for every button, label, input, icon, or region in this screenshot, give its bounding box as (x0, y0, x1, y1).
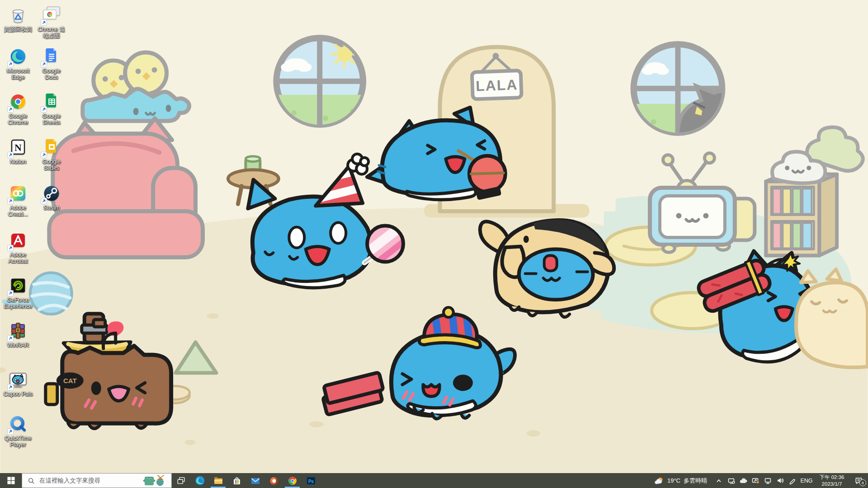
tray-windows-ink-button[interactable] (787, 473, 797, 488)
language-indicator[interactable]: ENG (798, 478, 815, 484)
clock-time: 下午 02:36 (816, 474, 848, 481)
edge-icon (8, 46, 28, 67)
start-button[interactable] (0, 473, 22, 488)
screen-share-icon (751, 477, 760, 484)
desktop-icon-label: Microsoft Edge (2, 68, 34, 80)
chrome-icon (287, 475, 298, 486)
recycle-bin-icon (8, 5, 28, 25)
weather-condition: 多雲時晴 (684, 477, 707, 485)
capoo-pals-icon (8, 369, 28, 390)
desktop-icon-microsoft-edge[interactable]: Microsoft Edge (2, 46, 34, 80)
taskbar-store-button[interactable] (227, 473, 246, 488)
chrome-remote-desktop-icon (41, 5, 62, 25)
desktop-icon-label: Capoo Pals (4, 391, 33, 397)
google-slides-icon (41, 137, 62, 158)
desktop-icon-google-docs[interactable]: Google Docs (35, 46, 68, 80)
taskbar: Ps 19°C 多雲時晴 (0, 473, 868, 488)
taskbar-edge-button[interactable] (190, 473, 209, 488)
desktop-icon-adobe-creative-cloud[interactable]: Adobe Creati... (2, 183, 34, 217)
taskbar-file-explorer-button[interactable] (209, 473, 227, 488)
windows-logo-icon (7, 477, 15, 484)
search-icon (28, 477, 35, 484)
taskbar-chrome-button[interactable] (283, 473, 302, 488)
system-tray (712, 473, 798, 488)
onedrive-cloud-icon (739, 478, 747, 484)
search-input[interactable] (38, 477, 136, 484)
taskbar-task-view-button[interactable] (172, 473, 190, 488)
desktop-icon-label: 資源回收筒 (4, 26, 33, 33)
taskbar-search-box[interactable] (22, 473, 172, 488)
desktop-icon-adobe-acrobat[interactable]: Adobe Acrobat (2, 230, 34, 264)
desktop-icon-label: Adobe Acrobat (2, 252, 34, 264)
desktop-icon-label: Adobe Creati... (2, 205, 34, 217)
google-docs-icon (41, 46, 62, 67)
svg-text:N: N (14, 142, 22, 153)
desktop-icon-label: Notion (10, 159, 26, 165)
weather-widget[interactable]: 19°C 多雲時晴 (649, 476, 712, 485)
desktop-icon-label: Google Sheets (35, 113, 68, 126)
desktop-icon-google-chrome[interactable]: Google Chrome (2, 91, 34, 126)
search-highlight-graphic[interactable] (140, 474, 169, 488)
desktop-icon-chrome-remote-desktop[interactable]: Chrome 遠端桌面 (35, 5, 68, 39)
desktop-icon-winrar[interactable]: WinRAR (2, 320, 34, 348)
desktop-icon-label: QuickTime Player (2, 435, 34, 448)
desktop-icon-label: Google Chrome (2, 113, 34, 126)
task-view-icon (176, 476, 186, 486)
action-center-button[interactable]: 8 (849, 473, 868, 488)
desktop-icon-recycle-bin[interactable]: 資源回收筒 (2, 5, 34, 33)
shortcut-arrow-icon (7, 61, 14, 67)
taskbar-clock[interactable]: 下午 02:36 2023/1/7 (815, 474, 849, 488)
desktop-icon-quicktime-player[interactable]: QuickTime Player (2, 413, 34, 448)
quicktime-icon (8, 413, 28, 434)
tray-chevron-up-button[interactable] (713, 473, 724, 488)
tray-volume-button[interactable] (774, 473, 785, 488)
desktop-icon-notion[interactable]: N Notion (2, 137, 34, 165)
taskbar-mail-button[interactable] (246, 473, 264, 488)
steam-icon (41, 183, 62, 204)
tray-wireless-display-button[interactable] (726, 473, 736, 488)
wallpaper-scene: LALA (0, 0, 868, 473)
shortcut-arrow-icon (41, 61, 47, 67)
taskbar-office-button[interactable] (264, 473, 283, 488)
desktop-icon-google-sheets[interactable]: Google Sheets (35, 91, 68, 126)
windows-ink-pen-icon (788, 477, 796, 484)
shortcut-arrow-icon (7, 428, 14, 435)
tray-screen-share-button[interactable] (750, 473, 761, 488)
file-explorer-icon (213, 475, 224, 486)
desktop-icon-geforce-experience[interactable]: GeForce Experience (2, 275, 34, 310)
shortcut-arrow-icon (7, 384, 14, 390)
tray-onedrive-button[interactable] (738, 473, 749, 488)
desktop-icon-label: Google Docs (35, 68, 68, 80)
desktop-screen: LALA (0, 0, 868, 488)
shortcut-arrow-icon (41, 106, 47, 113)
weather-temperature: 19°C (667, 477, 680, 484)
desktop-icon-label: GeForce Experience (2, 297, 34, 310)
shortcut-arrow-icon (41, 19, 47, 26)
shortcut-arrow-icon (7, 245, 14, 251)
wallpaper: LALA (0, 0, 868, 473)
svg-text:Ps: Ps (308, 479, 314, 483)
chrome-icon (8, 91, 28, 112)
volume-icon (776, 477, 784, 484)
network-icon (764, 477, 772, 484)
shortcut-arrow-icon (7, 335, 14, 342)
office-icon (269, 475, 279, 486)
geforce-experience-icon (8, 275, 28, 296)
desktop-icon-google-slides[interactable]: Google Slides (35, 137, 68, 171)
partly-cloudy-icon (654, 476, 664, 485)
shortcut-arrow-icon (7, 290, 14, 296)
desktop-icon-steam[interactable]: Steam (35, 183, 68, 211)
photoshop-icon: Ps (306, 475, 316, 486)
shortcut-arrow-icon (41, 198, 47, 204)
tray-network-button[interactable] (762, 473, 773, 488)
microsoft-store-icon (231, 475, 242, 486)
desktop-icon-capoo-pals[interactable]: Capoo Pals (2, 369, 34, 397)
taskbar-right-cluster: 19°C 多雲時晴 (649, 473, 868, 488)
toaster-badge-text: CAT (63, 377, 77, 385)
taskbar-photoshop-button[interactable]: Ps (302, 473, 320, 488)
shortcut-arrow-icon (7, 106, 14, 113)
desktop-icon-label: Google Slides (35, 159, 68, 171)
shortcut-arrow-icon (41, 152, 47, 158)
edge-icon (194, 475, 205, 486)
adobe-creative-cloud-icon (8, 183, 28, 204)
